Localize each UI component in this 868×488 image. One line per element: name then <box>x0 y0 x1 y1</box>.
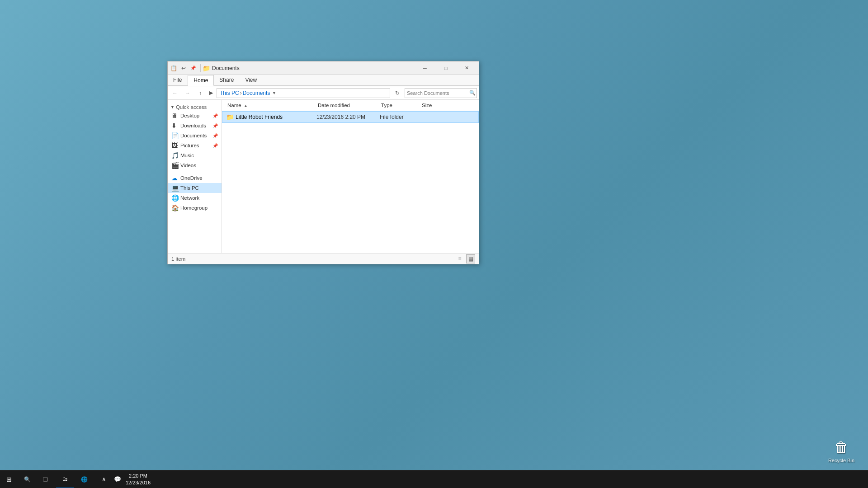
taskbar-time-display: 2:20 PM <box>126 473 151 479</box>
file-explorer-taskbar-icon: 🗂 <box>62 476 68 482</box>
title-bar-folder-icon: 📁 <box>203 65 210 72</box>
videos-icon: 🎬 <box>171 162 179 169</box>
address-bar: ← → ↑ ▶ This PC › Documents ▼ ↻ 🔍 <box>168 86 479 100</box>
ribbon: File Home Share View <box>168 75 479 86</box>
title-bar-properties-icon[interactable]: 📋 <box>170 64 178 72</box>
address-bar-expand[interactable]: ▶ <box>208 88 215 98</box>
explorer-window: 📋 ↩ 📌 📁 Documents ─ □ ✕ File Home Share … <box>167 61 479 264</box>
folder-icon: 📁 <box>226 113 234 121</box>
title-bar-icons: 📋 ↩ 📌 <box>170 64 197 72</box>
title-bar-controls: ─ □ ✕ <box>415 61 477 75</box>
system-tray: ∧ 💬 2:20 PM 12/23/2016 <box>95 473 154 486</box>
path-separator-1: › <box>240 90 242 96</box>
quick-access-label: Quick access <box>176 104 207 110</box>
col-header-size[interactable]: Size <box>420 102 456 109</box>
nav-pane: ▼ Quick access 🖥 Desktop 📌 ⬇ Downloads 📌… <box>168 100 222 253</box>
downloads-pin-icon: 📌 <box>212 123 218 128</box>
sidebar-item-documents[interactable]: 📄 Documents 📌 <box>168 131 222 141</box>
task-view-icon: ❑ <box>43 476 48 483</box>
view-details-button[interactable]: ▤ <box>466 254 475 263</box>
taskbar-file-explorer[interactable]: 🗂 <box>56 470 74 488</box>
notification-icon: 💬 <box>114 476 121 483</box>
path-chevron: ▼ <box>272 90 276 95</box>
sidebar-item-music[interactable]: 🎵 Music <box>168 150 222 160</box>
tab-view[interactable]: View <box>240 75 263 85</box>
documents-nav-label: Documents <box>180 133 207 138</box>
chrome-taskbar-icon: 🌐 <box>81 476 88 483</box>
sidebar-item-network[interactable]: 🌐 Network <box>168 193 222 203</box>
search-box[interactable]: 🔍 <box>405 88 477 98</box>
search-input[interactable] <box>407 90 469 96</box>
recycle-bin[interactable]: 🗑 Recycle Bin <box>828 439 854 463</box>
nav-up-button[interactable]: ↑ <box>195 88 206 99</box>
videos-label: Videos <box>180 163 196 168</box>
sidebar-item-downloads[interactable]: ⬇ Downloads 📌 <box>168 121 222 131</box>
desktop-icon: 🖥 <box>171 112 179 119</box>
address-path[interactable]: This PC › Documents ▼ <box>217 88 390 98</box>
music-icon: 🎵 <box>171 152 179 159</box>
system-tray-expand[interactable]: ∧ <box>99 474 109 485</box>
explorer-body: ▼ Quick access 🖥 Desktop 📌 ⬇ Downloads 📌… <box>168 100 479 253</box>
taskbar-date-display: 12/23/2016 <box>126 479 151 486</box>
sidebar-item-desktop[interactable]: 🖥 Desktop 📌 <box>168 111 222 121</box>
downloads-label: Downloads <box>180 123 206 128</box>
network-icon: 🌐 <box>171 194 179 202</box>
view-details-icon: ▤ <box>468 256 473 262</box>
title-bar-title: Documents <box>212 65 415 71</box>
music-label: Music <box>180 153 194 158</box>
table-row[interactable]: 📁 Little Robot Friends 12/23/2016 2:20 P… <box>222 111 479 123</box>
downloads-icon: ⬇ <box>171 122 179 129</box>
ribbon-tabs: File Home Share View <box>168 75 479 86</box>
item-count: 1 item <box>171 256 185 262</box>
this-pc-label: This PC <box>180 185 199 191</box>
taskbar-chrome[interactable]: 🌐 <box>75 470 93 488</box>
path-documents[interactable]: Documents <box>243 90 270 96</box>
sidebar-item-this-pc[interactable]: 💻 This PC <box>168 183 222 193</box>
title-bar-undo-icon[interactable]: ↩ <box>179 64 188 72</box>
sidebar-item-homegroup[interactable]: 🏠 Homegroup <box>168 203 222 213</box>
notification-button[interactable]: 💬 <box>112 474 123 485</box>
desktop-pin-icon: 📌 <box>212 113 218 118</box>
pictures-pin-icon: 📌 <box>212 143 218 148</box>
start-icon: ⊞ <box>6 476 12 483</box>
desktop: 🗑 Recycle Bin 📋 ↩ 📌 📁 Documents ─ □ ✕ Fi… <box>0 0 868 488</box>
title-bar-pin-icon[interactable]: 📌 <box>189 65 197 72</box>
view-list-icon: ≡ <box>458 256 461 262</box>
col-header-date[interactable]: Date modified <box>316 102 379 109</box>
tab-file[interactable]: File <box>168 75 188 85</box>
file-name-text: Little Robot Friends <box>236 114 283 120</box>
nav-forward-button[interactable]: → <box>182 88 193 99</box>
nav-back-button[interactable]: ← <box>170 88 180 99</box>
sidebar-item-onedrive[interactable]: ☁ OneDrive <box>168 173 222 183</box>
minimize-button[interactable]: ─ <box>415 61 435 75</box>
sidebar-item-videos[interactable]: 🎬 Videos <box>168 160 222 170</box>
refresh-button[interactable]: ↻ <box>392 88 403 99</box>
sidebar-item-pictures[interactable]: 🖼 Pictures 📌 <box>168 141 222 150</box>
start-button[interactable]: ⊞ <box>0 470 18 488</box>
file-name-cell: 📁 Little Robot Friends <box>226 113 316 121</box>
tab-home[interactable]: Home <box>188 75 214 86</box>
homegroup-label: Homegroup <box>180 205 208 211</box>
col-header-type[interactable]: Type <box>379 102 420 109</box>
taskbar-clock[interactable]: 2:20 PM 12/23/2016 <box>126 473 151 486</box>
quick-access-header[interactable]: ▼ Quick access <box>168 102 222 111</box>
title-bar: 📋 ↩ 📌 📁 Documents ─ □ ✕ <box>168 61 479 75</box>
taskbar-search-icon: 🔍 <box>24 476 31 483</box>
maximize-button[interactable]: □ <box>435 61 456 75</box>
col-header-name[interactable]: Name ▲ <box>226 102 316 109</box>
file-date: 12/23/2016 2:20 PM <box>316 114 380 120</box>
path-this-pc[interactable]: This PC <box>220 90 239 96</box>
close-button[interactable]: ✕ <box>456 61 477 75</box>
search-icon: 🔍 <box>469 90 476 96</box>
status-bar: 1 item ≡ ▤ <box>168 253 479 264</box>
recycle-bin-icon: 🗑 <box>834 439 849 456</box>
taskbar-search-button[interactable]: 🔍 <box>18 470 36 488</box>
task-view-button[interactable]: ❑ <box>36 470 54 488</box>
title-bar-separator <box>200 64 201 72</box>
view-list-button[interactable]: ≡ <box>455 254 464 263</box>
taskbar-pinned-apps: 🗂 🌐 <box>54 470 95 488</box>
network-label: Network <box>180 195 199 201</box>
taskbar: ⊞ 🔍 ❑ 🗂 🌐 ∧ 💬 2:20 PM 12/23/2016 <box>0 470 868 488</box>
onedrive-label: OneDrive <box>180 175 203 181</box>
tab-share[interactable]: Share <box>214 75 240 85</box>
